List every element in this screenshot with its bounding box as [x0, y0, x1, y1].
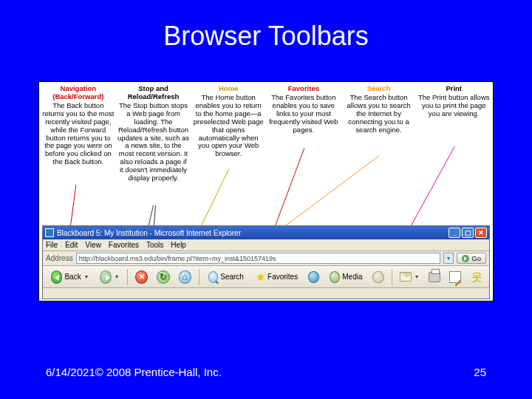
- back-label: Back: [64, 273, 81, 281]
- address-field[interactable]: http://blackboard.ms3.edu/bin/frame.pl?i…: [76, 253, 441, 264]
- media-button[interactable]: Media: [324, 268, 367, 286]
- address-value: http://blackboard.ms3.edu/bin/frame.pl?i…: [79, 255, 276, 262]
- menu-help[interactable]: Help: [171, 241, 186, 249]
- back-button[interactable]: Back ▾: [46, 268, 95, 286]
- window-maximize-button[interactable]: ▢: [462, 228, 474, 238]
- annotation-body: The Back button returns you to the most …: [42, 102, 115, 166]
- annotation-heading: Stop and Reload/Refresh: [117, 85, 190, 101]
- dropdown-arrow-icon: ▾: [83, 273, 89, 280]
- menu-file[interactable]: File: [46, 241, 58, 249]
- ie-titlebar: Blackboard 5: My Institution - Microsoft…: [43, 226, 489, 239]
- annotation-body: The Print button allows you to print the…: [417, 94, 490, 118]
- menu-edit[interactable]: Edit: [65, 241, 78, 249]
- print-icon: [429, 272, 440, 282]
- window-close-button[interactable]: ✕: [475, 228, 487, 238]
- media-label: Media: [342, 273, 362, 281]
- ie-app-icon: [45, 228, 54, 237]
- stop-button[interactable]: [132, 268, 151, 286]
- annotation-heading: Search: [343, 85, 415, 93]
- annotation-body: The Home button enables you to return to…: [192, 94, 265, 158]
- window-minimize-button[interactable]: _: [449, 228, 460, 238]
- dropdown-arrow-icon: ▾: [414, 273, 420, 280]
- annotation-print: Print The Print button allows you to pri…: [416, 85, 491, 183]
- search-label: Search: [220, 273, 244, 281]
- annotation-heading: Navigation (Back/Forward): [42, 85, 115, 101]
- annotation-body: The Favorites button enables you to save…: [267, 94, 340, 134]
- diagram-panel: Navigation (Back/Forward) The Back butto…: [38, 81, 494, 301]
- search-button[interactable]: Search: [203, 268, 249, 286]
- globe-icon: [308, 271, 319, 283]
- forward-arrow-icon: [100, 270, 112, 284]
- ie-toolbar: Back ▾ ▾ Search ★ Favorites: [43, 266, 489, 288]
- favorites-label: Favorites: [267, 273, 298, 281]
- annotation-favorites: Favorites The Favorites button enables y…: [266, 85, 341, 183]
- ie-menubar: File Edit View Favorites Tools Help: [43, 239, 489, 251]
- slide-title: Browser Toolbars: [0, 0, 532, 52]
- annotation-body: The Stop button stops a Web page from lo…: [117, 102, 190, 183]
- back-arrow-icon: [51, 270, 62, 284]
- menu-favorites[interactable]: Favorites: [109, 241, 139, 249]
- media-icon: [330, 271, 340, 283]
- ie-window: Blackboard 5: My Institution - Microsoft…: [42, 225, 490, 299]
- toolbar-separator: [199, 269, 200, 285]
- history-button[interactable]: [369, 268, 387, 286]
- mail-icon: [400, 272, 412, 282]
- annotations-row: Navigation (Back/Forward) The Back butto…: [39, 82, 493, 183]
- address-dropdown[interactable]: ▾: [443, 253, 454, 264]
- annotation-search: Search The Search button allows you to s…: [341, 85, 417, 183]
- favorites-button[interactable]: ★ Favorites: [250, 268, 303, 286]
- page-number: 25: [474, 366, 486, 378]
- history-icon: [372, 271, 383, 283]
- annotation-home: Home The Home button enables you to retu…: [191, 85, 266, 183]
- person-icon: 웃: [471, 271, 482, 283]
- refresh-icon: [157, 270, 169, 284]
- refresh-button[interactable]: [153, 268, 173, 286]
- history-globe-button[interactable]: [304, 268, 323, 286]
- toolbar-separator: [392, 269, 392, 285]
- search-icon: [208, 271, 219, 283]
- menu-view[interactable]: View: [85, 241, 101, 249]
- menu-tools[interactable]: Tools: [146, 241, 163, 249]
- address-label: Address: [46, 254, 73, 262]
- footer-left: 6/14/2021© 2008 Prentice-Hall, Inc.: [46, 366, 222, 378]
- stop-icon: [135, 270, 148, 284]
- edit-icon: [449, 271, 460, 283]
- aim-button[interactable]: 웃: [468, 268, 486, 286]
- annotation-stop-refresh: Stop and Reload/Refresh The Stop button …: [116, 85, 191, 183]
- go-button[interactable]: Go: [457, 253, 486, 264]
- dropdown-arrow-icon: ▾: [114, 273, 120, 280]
- annotation-heading: Favorites: [267, 85, 340, 93]
- home-button[interactable]: [175, 268, 195, 286]
- forward-button[interactable]: ▾: [96, 268, 124, 286]
- annotation-heading: Print: [417, 85, 490, 93]
- go-label: Go: [471, 254, 481, 262]
- toolbar-separator: [127, 269, 128, 285]
- star-icon: ★: [256, 271, 265, 283]
- home-icon: [179, 270, 191, 284]
- ie-window-title: Blackboard 5: My Institution - Microsoft…: [57, 229, 449, 237]
- annotation-heading: Home: [192, 85, 265, 93]
- slide-footer: 6/14/2021© 2008 Prentice-Hall, Inc. 25: [46, 366, 486, 378]
- annotation-body: The Search button allows you to search t…: [343, 94, 415, 134]
- go-arrow-icon: [462, 255, 469, 262]
- annotation-navigation: Navigation (Back/Forward) The Back butto…: [41, 85, 116, 183]
- edit-button[interactable]: [446, 268, 464, 286]
- mail-button[interactable]: ▾: [396, 268, 424, 286]
- ie-address-bar: Address http://blackboard.ms3.edu/bin/fr…: [43, 251, 489, 266]
- print-button[interactable]: [425, 268, 444, 286]
